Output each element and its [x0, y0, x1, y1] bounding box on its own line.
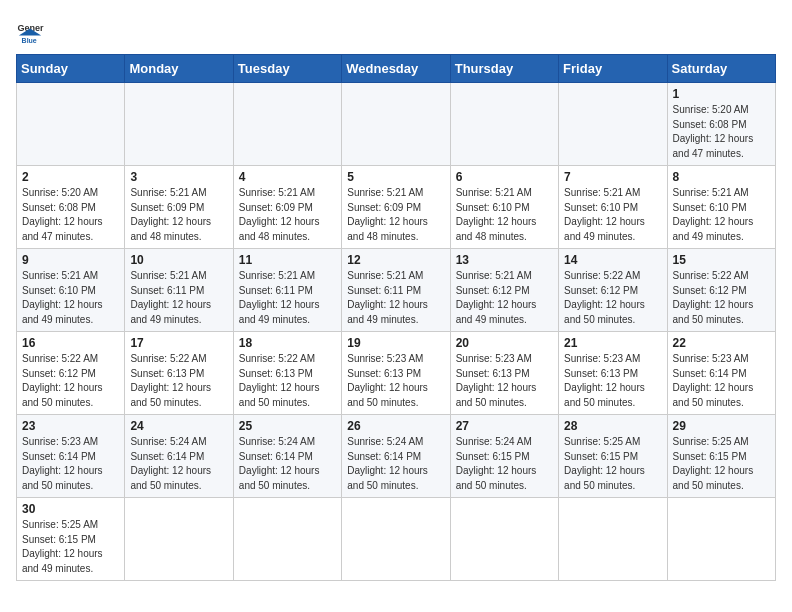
day-info: Sunrise: 5:24 AMSunset: 6:14 PMDaylight:… [130, 435, 227, 493]
calendar-cell [233, 498, 341, 581]
calendar-cell: 30Sunrise: 5:25 AMSunset: 6:15 PMDayligh… [17, 498, 125, 581]
day-number: 3 [130, 170, 227, 184]
day-number: 10 [130, 253, 227, 267]
day-info: Sunrise: 5:22 AMSunset: 6:12 PMDaylight:… [673, 269, 770, 327]
day-info: Sunrise: 5:23 AMSunset: 6:14 PMDaylight:… [673, 352, 770, 410]
day-info: Sunrise: 5:21 AMSunset: 6:10 PMDaylight:… [673, 186, 770, 244]
col-header-wednesday: Wednesday [342, 55, 450, 83]
day-info: Sunrise: 5:21 AMSunset: 6:10 PMDaylight:… [456, 186, 553, 244]
svg-text:Blue: Blue [22, 37, 37, 44]
calendar-cell: 22Sunrise: 5:23 AMSunset: 6:14 PMDayligh… [667, 332, 775, 415]
day-number: 27 [456, 419, 553, 433]
col-header-sunday: Sunday [17, 55, 125, 83]
calendar-cell: 16Sunrise: 5:22 AMSunset: 6:12 PMDayligh… [17, 332, 125, 415]
calendar-cell: 23Sunrise: 5:23 AMSunset: 6:14 PMDayligh… [17, 415, 125, 498]
day-number: 14 [564, 253, 661, 267]
calendar-cell: 18Sunrise: 5:22 AMSunset: 6:13 PMDayligh… [233, 332, 341, 415]
calendar-cell: 12Sunrise: 5:21 AMSunset: 6:11 PMDayligh… [342, 249, 450, 332]
day-info: Sunrise: 5:24 AMSunset: 6:14 PMDaylight:… [239, 435, 336, 493]
day-number: 25 [239, 419, 336, 433]
day-number: 29 [673, 419, 770, 433]
calendar-cell [559, 83, 667, 166]
day-info: Sunrise: 5:21 AMSunset: 6:11 PMDaylight:… [130, 269, 227, 327]
logo: General Blue [16, 16, 48, 44]
day-number: 19 [347, 336, 444, 350]
day-number: 11 [239, 253, 336, 267]
day-info: Sunrise: 5:21 AMSunset: 6:09 PMDaylight:… [347, 186, 444, 244]
calendar-cell: 5Sunrise: 5:21 AMSunset: 6:09 PMDaylight… [342, 166, 450, 249]
calendar-cell: 6Sunrise: 5:21 AMSunset: 6:10 PMDaylight… [450, 166, 558, 249]
calendar-cell: 15Sunrise: 5:22 AMSunset: 6:12 PMDayligh… [667, 249, 775, 332]
day-number: 18 [239, 336, 336, 350]
day-info: Sunrise: 5:21 AMSunset: 6:10 PMDaylight:… [22, 269, 119, 327]
col-header-friday: Friday [559, 55, 667, 83]
calendar-week-row: 9Sunrise: 5:21 AMSunset: 6:10 PMDaylight… [17, 249, 776, 332]
calendar-cell: 29Sunrise: 5:25 AMSunset: 6:15 PMDayligh… [667, 415, 775, 498]
day-number: 22 [673, 336, 770, 350]
day-number: 9 [22, 253, 119, 267]
day-number: 17 [130, 336, 227, 350]
calendar-cell: 4Sunrise: 5:21 AMSunset: 6:09 PMDaylight… [233, 166, 341, 249]
calendar-cell [667, 498, 775, 581]
day-info: Sunrise: 5:24 AMSunset: 6:14 PMDaylight:… [347, 435, 444, 493]
calendar-cell [125, 498, 233, 581]
day-info: Sunrise: 5:25 AMSunset: 6:15 PMDaylight:… [564, 435, 661, 493]
day-info: Sunrise: 5:23 AMSunset: 6:13 PMDaylight:… [456, 352, 553, 410]
day-info: Sunrise: 5:21 AMSunset: 6:11 PMDaylight:… [239, 269, 336, 327]
day-info: Sunrise: 5:22 AMSunset: 6:13 PMDaylight:… [130, 352, 227, 410]
calendar-week-row: 23Sunrise: 5:23 AMSunset: 6:14 PMDayligh… [17, 415, 776, 498]
day-info: Sunrise: 5:23 AMSunset: 6:13 PMDaylight:… [347, 352, 444, 410]
calendar-cell: 17Sunrise: 5:22 AMSunset: 6:13 PMDayligh… [125, 332, 233, 415]
day-info: Sunrise: 5:23 AMSunset: 6:13 PMDaylight:… [564, 352, 661, 410]
day-info: Sunrise: 5:21 AMSunset: 6:09 PMDaylight:… [239, 186, 336, 244]
calendar-cell [450, 83, 558, 166]
calendar-cell: 27Sunrise: 5:24 AMSunset: 6:15 PMDayligh… [450, 415, 558, 498]
day-number: 21 [564, 336, 661, 350]
day-number: 16 [22, 336, 119, 350]
day-number: 30 [22, 502, 119, 516]
day-number: 4 [239, 170, 336, 184]
calendar-cell: 8Sunrise: 5:21 AMSunset: 6:10 PMDaylight… [667, 166, 775, 249]
calendar-cell [125, 83, 233, 166]
day-info: Sunrise: 5:23 AMSunset: 6:14 PMDaylight:… [22, 435, 119, 493]
day-number: 6 [456, 170, 553, 184]
calendar-cell [342, 83, 450, 166]
header: General Blue [16, 16, 776, 44]
calendar-cell: 13Sunrise: 5:21 AMSunset: 6:12 PMDayligh… [450, 249, 558, 332]
calendar-week-row: 30Sunrise: 5:25 AMSunset: 6:15 PMDayligh… [17, 498, 776, 581]
day-number: 12 [347, 253, 444, 267]
calendar-cell [559, 498, 667, 581]
day-number: 8 [673, 170, 770, 184]
calendar-cell: 21Sunrise: 5:23 AMSunset: 6:13 PMDayligh… [559, 332, 667, 415]
calendar-cell [342, 498, 450, 581]
day-number: 15 [673, 253, 770, 267]
day-info: Sunrise: 5:20 AMSunset: 6:08 PMDaylight:… [22, 186, 119, 244]
day-info: Sunrise: 5:21 AMSunset: 6:12 PMDaylight:… [456, 269, 553, 327]
day-info: Sunrise: 5:21 AMSunset: 6:10 PMDaylight:… [564, 186, 661, 244]
day-number: 7 [564, 170, 661, 184]
day-number: 13 [456, 253, 553, 267]
day-number: 23 [22, 419, 119, 433]
calendar-cell: 14Sunrise: 5:22 AMSunset: 6:12 PMDayligh… [559, 249, 667, 332]
day-info: Sunrise: 5:25 AMSunset: 6:15 PMDaylight:… [673, 435, 770, 493]
day-info: Sunrise: 5:25 AMSunset: 6:15 PMDaylight:… [22, 518, 119, 576]
day-number: 5 [347, 170, 444, 184]
calendar-cell: 7Sunrise: 5:21 AMSunset: 6:10 PMDaylight… [559, 166, 667, 249]
day-info: Sunrise: 5:21 AMSunset: 6:11 PMDaylight:… [347, 269, 444, 327]
col-header-thursday: Thursday [450, 55, 558, 83]
calendar-table: SundayMondayTuesdayWednesdayThursdayFrid… [16, 54, 776, 581]
day-number: 20 [456, 336, 553, 350]
day-info: Sunrise: 5:22 AMSunset: 6:13 PMDaylight:… [239, 352, 336, 410]
calendar-cell: 10Sunrise: 5:21 AMSunset: 6:11 PMDayligh… [125, 249, 233, 332]
day-number: 28 [564, 419, 661, 433]
logo-icon: General Blue [16, 16, 44, 44]
day-number: 26 [347, 419, 444, 433]
col-header-saturday: Saturday [667, 55, 775, 83]
calendar-cell: 3Sunrise: 5:21 AMSunset: 6:09 PMDaylight… [125, 166, 233, 249]
day-info: Sunrise: 5:22 AMSunset: 6:12 PMDaylight:… [22, 352, 119, 410]
day-info: Sunrise: 5:22 AMSunset: 6:12 PMDaylight:… [564, 269, 661, 327]
calendar-cell: 19Sunrise: 5:23 AMSunset: 6:13 PMDayligh… [342, 332, 450, 415]
calendar-cell: 24Sunrise: 5:24 AMSunset: 6:14 PMDayligh… [125, 415, 233, 498]
day-number: 2 [22, 170, 119, 184]
day-number: 24 [130, 419, 227, 433]
